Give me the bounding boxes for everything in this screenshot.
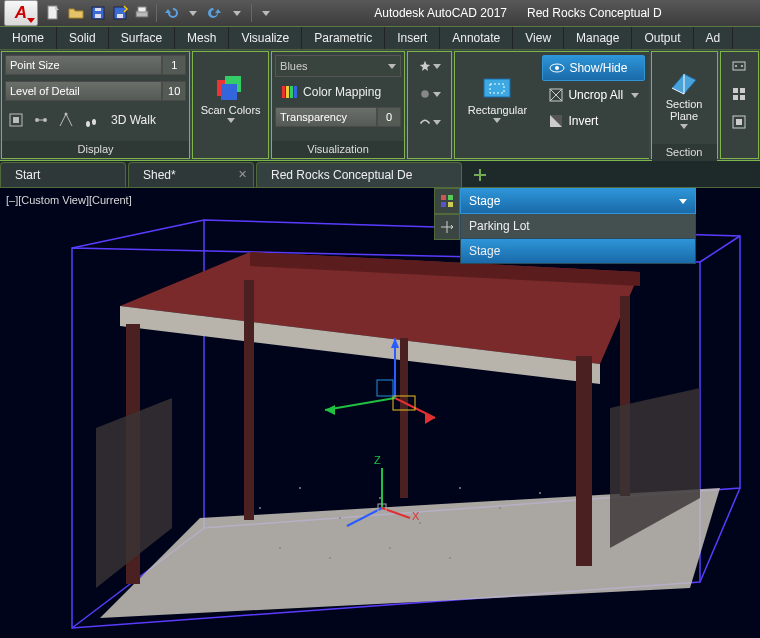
- crop-rectangular-icon: [481, 74, 513, 102]
- svg-point-48: [299, 487, 301, 489]
- window-title: Autodesk AutoCAD 2017 Red Rocks Conceptu…: [276, 6, 760, 20]
- svg-rect-41: [448, 202, 453, 207]
- dropdown-item-parking-lot[interactable]: Parking Lot: [460, 214, 696, 239]
- tab-mesh[interactable]: Mesh: [175, 27, 229, 49]
- crop-rectangular-button[interactable]: Rectangular: [458, 55, 536, 141]
- doctab-label: Start: [15, 168, 40, 182]
- panel-display-title: Display: [2, 141, 189, 158]
- tab-solid[interactable]: Solid: [57, 27, 109, 49]
- transparency-value[interactable]: 0: [377, 107, 401, 127]
- tab-surface[interactable]: Surface: [109, 27, 175, 49]
- svg-point-50: [379, 497, 381, 499]
- color-mapping-button[interactable]: Color Mapping: [275, 81, 401, 103]
- doctab-start[interactable]: Start: [0, 162, 126, 187]
- app-menu-button[interactable]: A: [4, 0, 38, 26]
- svg-rect-32: [733, 88, 738, 93]
- point-size-value[interactable]: 1: [162, 55, 186, 75]
- qat-plot-icon[interactable]: [132, 3, 152, 23]
- svg-rect-34: [733, 95, 738, 100]
- misc-3-icon[interactable]: [728, 111, 750, 133]
- svg-point-49: [339, 517, 341, 519]
- tab-insert[interactable]: Insert: [385, 27, 440, 49]
- lod-value[interactable]: 10: [162, 81, 186, 101]
- dropdown-selected-label: Stage: [469, 194, 500, 208]
- svg-point-14: [92, 119, 96, 125]
- tab-output[interactable]: Output: [632, 27, 693, 49]
- tab-annotate[interactable]: Annotate: [440, 27, 513, 49]
- display-tool-1-icon[interactable]: [5, 109, 27, 131]
- misc-2-icon[interactable]: [728, 83, 750, 105]
- tab-home[interactable]: Home: [0, 27, 57, 49]
- chevron-down-icon: [493, 118, 501, 123]
- display-tool-3-icon[interactable]: [55, 109, 77, 131]
- svg-point-12: [65, 113, 68, 116]
- panel-cropping: Rectangular Show/Hide Uncrop All Invert: [454, 51, 648, 159]
- svg-rect-21: [294, 86, 297, 98]
- svg-point-22: [421, 90, 429, 98]
- display-tool-2-icon[interactable]: [30, 109, 52, 131]
- dropdown-item-stage[interactable]: Stage: [460, 239, 696, 264]
- svg-point-30: [735, 65, 737, 67]
- svg-point-53: [499, 507, 501, 509]
- svg-point-52: [459, 487, 461, 489]
- doctab-label: Shed*: [143, 168, 176, 182]
- qat-customize-icon[interactable]: [256, 3, 276, 23]
- effect-1-icon[interactable]: [419, 55, 441, 77]
- new-tab-button[interactable]: [468, 163, 492, 187]
- dd-icon-1[interactable]: [434, 188, 460, 214]
- color-scheme-value: Blues: [280, 60, 308, 72]
- ribbon: Point Size 1 Level of Detail 10 3D Walk …: [0, 50, 760, 161]
- qat-saveas-icon[interactable]: [110, 3, 130, 23]
- uncrop-all-label: Uncrop All: [568, 88, 623, 102]
- svg-rect-17: [221, 84, 237, 100]
- svg-line-60: [325, 398, 395, 410]
- svg-rect-39: [448, 195, 453, 200]
- effect-3-icon[interactable]: [419, 111, 441, 133]
- svg-rect-18: [282, 86, 285, 98]
- panel-section-title: Section: [652, 144, 717, 161]
- tab-addins[interactable]: Ad: [694, 27, 734, 49]
- doctab-shed[interactable]: Shed*✕: [128, 162, 254, 187]
- doc-name: Red Rocks Conceptual D: [527, 6, 662, 20]
- svg-rect-35: [740, 95, 745, 100]
- tab-parametric[interactable]: Parametric: [302, 27, 385, 49]
- dd-icon-2[interactable]: [434, 214, 460, 240]
- tab-visualize[interactable]: Visualize: [229, 27, 302, 49]
- color-scheme-combo[interactable]: Blues: [275, 55, 401, 77]
- panel-misc: [720, 51, 759, 159]
- pointcloud-dropdown: Stage Parking Lot Stage: [460, 188, 696, 264]
- qat-separator: [156, 4, 157, 22]
- close-icon[interactable]: ✕: [238, 168, 247, 181]
- panel-section: Section Plane Section: [651, 51, 718, 159]
- effect-2-icon[interactable]: [419, 83, 441, 105]
- uncrop-all-button[interactable]: Uncrop All: [542, 83, 645, 107]
- show-hide-button[interactable]: Show/Hide: [542, 55, 645, 81]
- qat-chevron-down-icon[interactable]: [183, 3, 203, 23]
- qat-redo-icon[interactable]: [205, 3, 225, 23]
- svg-rect-63: [377, 380, 393, 396]
- svg-rect-38: [441, 195, 446, 200]
- walk-icon[interactable]: [80, 109, 102, 131]
- qat-new-icon[interactable]: [44, 3, 64, 23]
- qat-save-icon[interactable]: [88, 3, 108, 23]
- invert-button[interactable]: Invert: [542, 109, 645, 133]
- tab-view[interactable]: View: [513, 27, 564, 49]
- tab-manage[interactable]: Manage: [564, 27, 632, 49]
- ribbon-tabs: Home Solid Surface Mesh Visualize Parame…: [0, 27, 760, 50]
- dropdown-selected[interactable]: Stage: [460, 188, 696, 214]
- qat-open-icon[interactable]: [66, 3, 86, 23]
- walk-button[interactable]: 3D Walk: [105, 109, 162, 131]
- scan-colors-button[interactable]: Scan Colors: [199, 55, 263, 141]
- panel-visualization-title: Visualization: [272, 141, 404, 158]
- panel-display: Point Size 1 Level of Detail 10 3D Walk …: [1, 51, 190, 159]
- misc-1-icon[interactable]: [728, 55, 750, 77]
- chevron-down-icon: [631, 93, 639, 98]
- qat-undo-icon[interactable]: [161, 3, 181, 23]
- viewport[interactable]: [–][Custom View][Current] Stage Parking …: [0, 188, 760, 638]
- color-mapping-label: Color Mapping: [303, 85, 381, 99]
- section-plane-button[interactable]: Section Plane: [655, 55, 713, 141]
- uncrop-icon: [548, 87, 564, 103]
- app-name: Autodesk AutoCAD 2017: [374, 6, 507, 20]
- qat-chevron-down-icon[interactable]: [227, 3, 247, 23]
- doctab-redrocks[interactable]: Red Rocks Conceptual De: [256, 162, 462, 187]
